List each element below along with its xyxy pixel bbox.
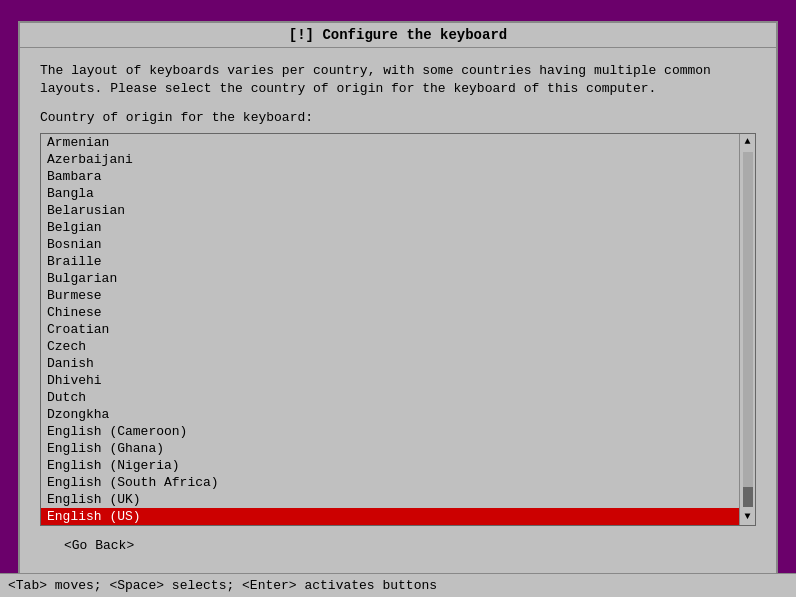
list-item[interactable]: English (Cameroon) (41, 423, 739, 440)
list-item[interactable]: Croatian (41, 321, 739, 338)
scroll-track (743, 152, 753, 507)
dialog-window: [!] Configure the keyboard The layout of… (18, 21, 778, 576)
list-item[interactable]: English (South Africa) (41, 474, 739, 491)
content-area: The layout of keyboards varies per count… (20, 48, 776, 579)
status-text: <Tab> moves; <Space> selects; <Enter> ac… (8, 578, 437, 593)
list-item[interactable]: Dzongkha (41, 406, 739, 423)
window-title: [!] Configure the keyboard (289, 27, 507, 43)
description-line2: layouts. Please select the country of or… (40, 81, 656, 96)
list-item[interactable]: Dutch (41, 389, 739, 406)
list-item[interactable]: Belarusian (41, 202, 739, 219)
list-item[interactable]: Burmese (41, 287, 739, 304)
list-item[interactable]: Bambara (41, 168, 739, 185)
description-line1: The layout of keyboards varies per count… (40, 63, 711, 78)
list-item[interactable]: Armenian (41, 134, 739, 151)
list-item[interactable]: Chinese (41, 304, 739, 321)
buttons-area: <Go Back> (40, 526, 756, 565)
scrollbar: ▲ ▼ (739, 134, 755, 525)
list-item[interactable]: Danish (41, 355, 739, 372)
list-item[interactable]: Czech (41, 338, 739, 355)
list-item[interactable]: Azerbaijani (41, 151, 739, 168)
list-item[interactable]: Bosnian (41, 236, 739, 253)
list-item[interactable]: Bulgarian (41, 270, 739, 287)
keyboard-list-scroll[interactable]: ArmenianAzerbaijaniBambaraBanglaBelarusi… (41, 134, 739, 525)
list-item[interactable]: Belgian (41, 219, 739, 236)
title-bar: [!] Configure the keyboard (20, 23, 776, 48)
list-item[interactable]: English (US) (41, 508, 739, 525)
scroll-thumb (743, 487, 753, 507)
list-item[interactable]: Dhivehi (41, 372, 739, 389)
go-back-button[interactable]: <Go Back> (60, 536, 138, 555)
list-item[interactable]: Braille (41, 253, 739, 270)
country-label: Country of origin for the keyboard: (40, 110, 756, 125)
keyboard-list-container: ArmenianAzerbaijaniBambaraBanglaBelarusi… (40, 133, 756, 526)
list-item[interactable]: English (Ghana) (41, 440, 739, 457)
list-item[interactable]: Bangla (41, 185, 739, 202)
description: The layout of keyboards varies per count… (40, 62, 756, 98)
list-item[interactable]: English (UK) (41, 491, 739, 508)
list-item[interactable]: English (Nigeria) (41, 457, 739, 474)
status-bar: <Tab> moves; <Space> selects; <Enter> ac… (0, 573, 796, 597)
scroll-down-arrow[interactable]: ▼ (740, 509, 756, 525)
scroll-up-arrow[interactable]: ▲ (740, 134, 756, 150)
